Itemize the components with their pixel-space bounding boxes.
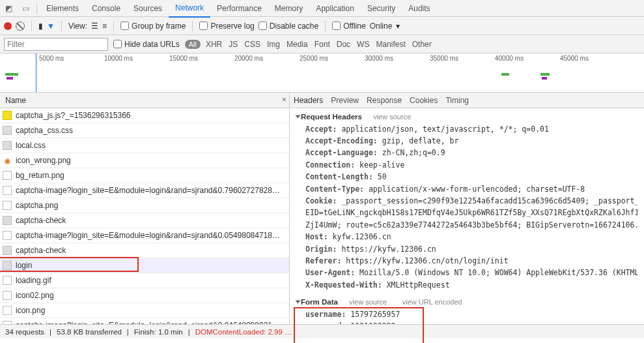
request-row[interactable]: captcha-check: [0, 213, 289, 228]
request-headers-section[interactable]: Request Headers: [301, 113, 362, 121]
form-data-section[interactable]: Form Data: [301, 298, 338, 306]
request-name: captcha.png: [16, 201, 58, 210]
tab-audits[interactable]: Audits: [402, 0, 436, 17]
request-name: icon_wrong.png: [16, 156, 71, 165]
status-domcontentloaded: DOMContentLoaded: 2.99 …: [195, 328, 292, 336]
request-row[interactable]: captcha_js.js?_=1536296315366: [0, 108, 289, 123]
header-row: Content-Length: 50: [296, 171, 637, 183]
filter-doc[interactable]: Doc: [337, 40, 350, 49]
request-row[interactable]: bg_return.png: [0, 168, 289, 183]
form-row: password: 1121132323: [296, 320, 637, 324]
preserve-log-checkbox[interactable]: Preserve log: [199, 22, 254, 31]
request-name: captcha-image?login_site=E&module=login&…: [16, 231, 280, 240]
request-name: captcha_js.js?_=1536296315366: [16, 111, 130, 120]
request-name: icon02.png: [16, 291, 54, 300]
filter-font[interactable]: Font: [315, 40, 330, 49]
filter-xhr[interactable]: XHR: [206, 40, 222, 49]
filter-css[interactable]: CSS: [244, 40, 260, 49]
filter-other[interactable]: Other: [412, 40, 432, 49]
request-row[interactable]: icon.png: [0, 303, 289, 318]
request-name: loading.gif: [16, 276, 51, 285]
tab-memory[interactable]: Memory: [268, 0, 309, 17]
detail-tab-headers[interactable]: Headers: [294, 96, 323, 105]
file-icon: [3, 306, 12, 315]
filter-manifest[interactable]: Manifest: [376, 40, 405, 49]
view-source-link[interactable]: view source: [349, 298, 387, 306]
device-icon[interactable]: ▭: [17, 0, 34, 17]
view-large-icon[interactable]: ☰: [91, 22, 98, 31]
request-name: captcha-check: [16, 216, 66, 225]
request-row[interactable]: captcha-image?login_site=E&module=login&…: [0, 228, 289, 243]
status-requests: 34 requests: [5, 328, 44, 336]
detail-tab-cookies[interactable]: Cookies: [410, 96, 438, 105]
request-row[interactable]: captcha-image?login_site=E&module=login&…: [0, 318, 289, 324]
detail-tab-preview[interactable]: Preview: [331, 96, 359, 105]
detail-tab-response[interactable]: Response: [367, 96, 402, 105]
tab-console[interactable]: Console: [85, 0, 127, 17]
tab-sources[interactable]: Sources: [127, 0, 169, 17]
file-icon: [3, 216, 12, 225]
tab-network[interactable]: Network: [169, 0, 210, 18]
request-row[interactable]: login: [0, 258, 289, 273]
header-row: Origin: https://kyfw.12306.cn: [296, 243, 637, 255]
camera-icon[interactable]: ▮: [38, 22, 43, 31]
file-icon: [3, 321, 12, 324]
request-row[interactable]: captcha-image?login_site=E&module=login&…: [0, 183, 289, 198]
offline-checkbox[interactable]: Offline: [332, 22, 365, 31]
throttle-select[interactable]: Online: [370, 22, 393, 31]
header-row: Connection: keep-alive: [296, 159, 637, 171]
file-icon: [3, 246, 12, 255]
dropdown-icon[interactable]: ▾: [396, 22, 400, 31]
request-name: captcha-check: [16, 246, 66, 255]
header-row: EID=tGeLiNK_ngckqbH1S8s17EMDfqV4eJ5Ukp6W…: [296, 207, 637, 218]
tab-elements[interactable]: Elements: [40, 0, 85, 17]
header-row: Content-Type: application/x-www-form-url…: [296, 183, 637, 195]
group-by-frame-checkbox[interactable]: Group by frame: [120, 22, 186, 31]
request-row[interactable]: icon02.png: [0, 288, 289, 303]
detail-tab-timing[interactable]: Timing: [445, 96, 469, 105]
filter-img[interactable]: Img: [267, 40, 280, 49]
file-icon: [3, 201, 12, 210]
request-name: captcha-image?login_site=E&module=login&…: [16, 321, 280, 324]
request-row[interactable]: captcha-check: [0, 243, 289, 258]
view-small-icon[interactable]: ≡: [102, 22, 107, 31]
request-name: local.css: [16, 141, 46, 150]
filter-ws[interactable]: WS: [357, 40, 369, 49]
filter-icon[interactable]: ▼: [47, 22, 55, 31]
close-icon[interactable]: ×: [282, 95, 287, 104]
tab-application[interactable]: Application: [309, 0, 361, 17]
view-label: View:: [68, 22, 87, 31]
request-row[interactable]: ◉icon_wrong.png: [0, 153, 289, 168]
record-button[interactable]: [4, 22, 12, 30]
disable-cache-checkbox[interactable]: Disable cache: [259, 22, 318, 31]
timeline[interactable]: 5000 ms10000 ms15000 ms20000 ms25000 ms3…: [0, 53, 644, 93]
inspect-icon[interactable]: ◩: [0, 0, 17, 17]
header-row: Accept-Language: zh-CN,zh;q=0.9: [296, 147, 637, 158]
header-row: Host: kyfw.12306.cn: [296, 231, 637, 243]
header-row: ZjI4UmW; route=c5c62a339e7744272a54643b3…: [296, 219, 637, 231]
tab-performance[interactable]: Performance: [210, 0, 268, 17]
request-row[interactable]: local.css: [0, 138, 289, 153]
hide-data-urls-checkbox[interactable]: Hide data URLs: [113, 40, 180, 49]
view-url-encoded-link[interactable]: view URL encoded: [402, 298, 462, 306]
form-row: username: 15797265957: [296, 308, 637, 320]
request-row[interactable]: loading.gif: [0, 273, 289, 288]
filter-input[interactable]: [4, 38, 108, 51]
name-column-header[interactable]: Name: [5, 96, 26, 105]
file-icon: [3, 261, 12, 270]
request-row[interactable]: captcha.png: [0, 198, 289, 213]
file-icon: [3, 171, 12, 180]
filter-media[interactable]: Media: [287, 40, 308, 49]
clear-button[interactable]: [16, 22, 25, 31]
request-row[interactable]: captcha_css.css: [0, 123, 289, 138]
request-name: icon.png: [16, 306, 45, 315]
request-name: captcha-image?login_site=E&module=login&…: [16, 186, 280, 195]
tab-security[interactable]: Security: [361, 0, 402, 17]
request-name: bg_return.png: [16, 171, 64, 180]
view-source-link[interactable]: view source: [373, 113, 411, 121]
header-row: Accept: application/json, text/javascrip…: [296, 123, 637, 135]
file-icon: [3, 276, 12, 285]
file-icon: [3, 141, 12, 150]
filter-all[interactable]: All: [185, 40, 201, 49]
filter-js[interactable]: JS: [229, 40, 238, 49]
